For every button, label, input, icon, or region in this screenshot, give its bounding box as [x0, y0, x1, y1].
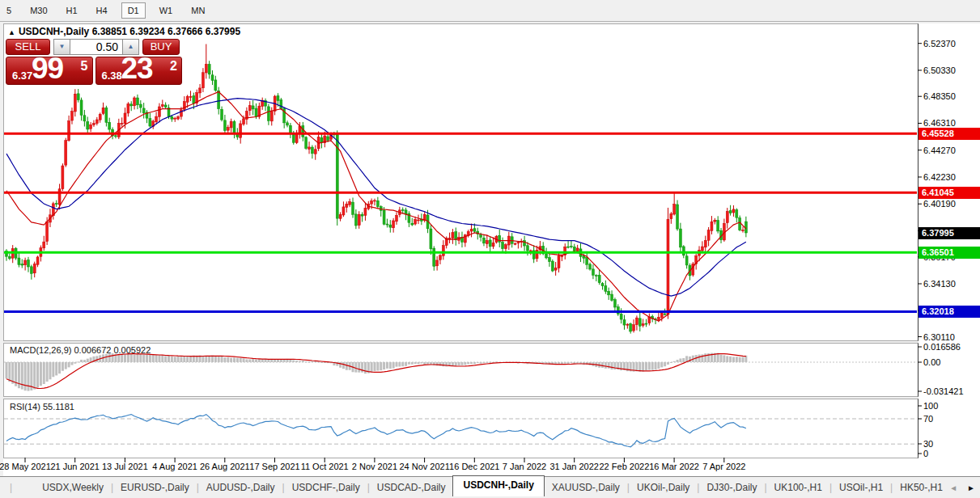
symbol-tab-hk50h1[interactable]: HK50-,H1	[893, 482, 950, 493]
price-axis-label: 6.34130	[923, 279, 956, 289]
date-axis-label: 11 Oct 2021	[301, 462, 349, 471]
timeframe-toolbar: 5M30H1H4D1W1MN	[0, 0, 980, 22]
date-axis-label: 7 Jan 2022	[503, 462, 546, 471]
symbol-tab-uk100h1[interactable]: UK100-,H1	[767, 482, 829, 493]
timeframe-button-w1[interactable]: W1	[155, 2, 178, 19]
price-axis-label: 6.42230	[923, 172, 956, 182]
symbol-tab-eurusddaily[interactable]: EURUSD-,Daily	[113, 482, 197, 493]
rsi-axis-label: 0	[923, 449, 928, 458]
macd-label: MACD(12,26,9) 0.006672 0.005922	[10, 345, 151, 355]
date-axis-label: 4 Aug 2021	[152, 462, 197, 471]
chart-title: ▲USDCNH-,Daily 6.38851 6.39234 6.37666 6…	[8, 26, 240, 37]
symbol-tab-usoilh1[interactable]: USOil-,H1	[832, 482, 890, 493]
collapse-triangle-icon[interactable]: ▲	[8, 28, 15, 36]
rsi-panel[interactable]	[3, 399, 918, 458]
rsi-label: RSI(14) 55.1181	[10, 402, 74, 411]
date-axis-label: 24 Nov 2021	[399, 462, 449, 471]
symbol-tab-usdcnhdaily[interactable]: USDCNH-,Daily	[452, 475, 544, 496]
timeframe-button-h1[interactable]: H1	[62, 2, 83, 19]
rsi-axis-label: 100	[923, 401, 938, 411]
price-badge: 6.45528	[918, 128, 980, 140]
symbol-tab-usdcaddaily[interactable]: USDCAD-,Daily	[370, 482, 453, 493]
symbol-tab-usdchfdaily[interactable]: USDCHF-,Daily	[285, 482, 367, 493]
timeframe-button-m30[interactable]: M30	[25, 2, 52, 19]
macd-signal-value: 0.005922	[113, 345, 151, 355]
tab-bar-left-divider: |	[10, 482, 12, 493]
date-axis-label: 17 Sep 2021	[249, 462, 299, 471]
buy-price-big: 23	[121, 52, 153, 86]
timeframe-button-5[interactable]: 5	[2, 2, 16, 19]
sell-price-big: 99	[32, 52, 63, 86]
price-axis-label: 6.52370	[923, 39, 956, 49]
macd-axis-label: -0.031421	[923, 386, 964, 396]
buy-price-sup: 2	[170, 59, 177, 74]
macd-axis-label: 0.00	[923, 357, 940, 367]
date-axis-label: 16 Dec 2021	[449, 462, 499, 471]
macd-axis-label: 0.016586	[923, 342, 961, 352]
sell-price-sup: 5	[81, 59, 88, 74]
symbol-tab-audusddaily[interactable]: AUDUSD-,Daily	[199, 482, 282, 493]
rsi-value: 55.1181	[43, 402, 74, 411]
date-axis-label: 7 Apr 2022	[702, 462, 745, 471]
price-badge: 6.41045	[918, 187, 980, 199]
buy-price-box[interactable]: 6.38 23 2	[95, 57, 183, 85]
date-axis-label: 28 May 2021	[0, 462, 51, 471]
one-click-trade-panel: SELL ▼ 0.50 ▲ BUY 6.37 99 5 6.38 23 2	[6, 39, 182, 85]
price-axis-label: 6.40190	[923, 199, 956, 209]
tab-scroll-controls: ◄►	[949, 483, 975, 492]
macd-main-value: 0.006672	[74, 345, 111, 355]
date-axis-label: 16 Mar 2022	[649, 462, 699, 471]
price-badge: 6.32018	[918, 306, 980, 318]
date-axis-label: 22 Feb 2022	[600, 462, 650, 471]
symbol-tab-xauusddaily[interactable]: XAUUSD-,Daily	[545, 482, 627, 493]
symbol-tab-dj30daily[interactable]: DJ30-,Daily	[699, 482, 764, 493]
symbol-tab-bar: |USDX,Weekly|EURUSD-,Daily|AUDUSD-,Daily…	[0, 476, 980, 498]
macd-name: MACD(12,26,9)	[10, 345, 71, 355]
chart-symbol-label: USDCNH-,Daily	[19, 26, 89, 37]
timeframe-button-d1[interactable]: D1	[121, 2, 146, 19]
timeframe-button-mn[interactable]: MN	[186, 2, 210, 19]
date-axis-label: 2 Nov 2021	[352, 462, 397, 471]
price-badge: 6.37995	[918, 227, 980, 239]
timeframe-button-h4[interactable]: H4	[91, 2, 112, 19]
price-axis-label: 6.30110	[923, 332, 955, 342]
price-axis-label: 6.48350	[923, 91, 956, 101]
rsi-name: RSI(14)	[10, 402, 40, 411]
sell-price-prefix: 6.37	[12, 70, 32, 82]
date-axis-label: 13 Jul 2021	[102, 462, 148, 471]
volume-input[interactable]: 0.50	[70, 39, 122, 55]
price-axis-label: 6.46310	[923, 118, 956, 128]
symbol-tab-ukoildaily[interactable]: UKOil-,Daily	[630, 482, 697, 493]
tab-scroll-left-icon[interactable]: ◄	[949, 483, 957, 492]
date-axis-label: 21 Jun 2021	[50, 462, 100, 471]
chart-ohlc-values: 6.38851 6.39234 6.37666 6.37995	[92, 26, 241, 37]
tab-scroll-right-icon[interactable]: ►	[967, 483, 975, 492]
date-axis-label: 31 Jan 2022	[549, 462, 599, 471]
price-axis-label: 6.44270	[923, 146, 956, 155]
rsi-axis-label: 30	[923, 439, 933, 449]
symbol-tab-usdxweekly[interactable]: USDX,Weekly	[35, 482, 111, 493]
buy-price-prefix: 6.38	[102, 70, 122, 82]
price-badge: 6.36501	[918, 247, 980, 259]
sell-price-box[interactable]: 6.37 99 5	[6, 57, 93, 85]
rsi-axis-label: 70	[923, 414, 933, 424]
price-axis-label: 6.50330	[923, 65, 956, 75]
date-axis-label: 26 Aug 2021	[200, 462, 250, 471]
